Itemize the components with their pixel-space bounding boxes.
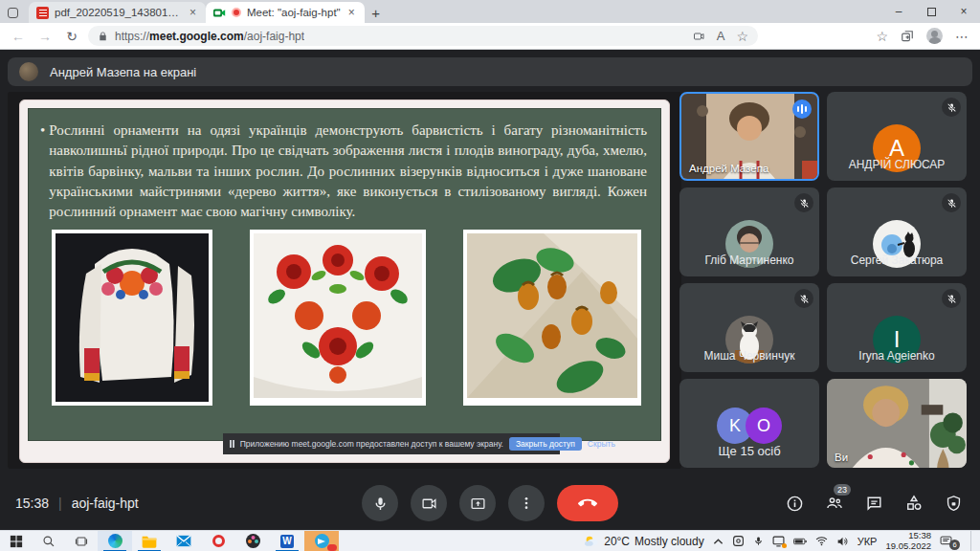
tray-battery-icon[interactable]: [793, 537, 807, 546]
clock-time: 15:38: [885, 531, 931, 541]
tab-meet-close-icon[interactable]: ×: [346, 6, 357, 19]
participant-tile-misha-chervynchuk[interactable]: Миша Червинчук: [679, 283, 819, 372]
taskbar-clock[interactable]: 15:38 19.05.2022: [885, 531, 931, 551]
tab-meet[interactable]: Meet: "aoj-faig-hpt" ×: [206, 2, 365, 23]
participant-name: Гліб Мартиненко: [679, 253, 819, 267]
participant-tile-sergey-zakatyura[interactable]: Сергей Закатюра: [827, 187, 967, 276]
taskbar-app-file-explorer[interactable]: [132, 531, 167, 551]
participants-grid: Андрей Мазепа А АНДРІЙ СЛЮСАР: [679, 92, 972, 469]
participant-tile-andrey-mazepa[interactable]: Андрей Мазепа: [679, 92, 819, 181]
embroidered-blouse-photo: [56, 233, 209, 402]
screen: pdf_20220519_143801_0000.pdf × Meet: "ao…: [0, 0, 980, 551]
more-participants-label: Ще 15 осіб: [679, 444, 819, 458]
more-participants-tile[interactable]: K O Ще 15 осіб: [679, 379, 819, 468]
divider: |: [58, 496, 62, 511]
present-button[interactable]: [459, 485, 496, 521]
stop-sharing-button[interactable]: Закрыть доступ: [509, 437, 582, 451]
browser-menu-icon[interactable]: ⋯: [955, 29, 969, 44]
tray-obs-icon[interactable]: [732, 535, 745, 547]
meeting-details-button[interactable]: [786, 495, 804, 513]
meeting-time: 15:38: [15, 496, 49, 511]
file-explorer-icon: [142, 535, 157, 548]
web-capture-icon[interactable]: [692, 31, 705, 42]
window-controls: – ×: [882, 0, 980, 23]
taskbar-app-telegram[interactable]: [304, 531, 339, 551]
mic-button[interactable]: [362, 485, 398, 521]
participant-tile-andriy-slyusar[interactable]: А АНДРІЙ СЛЮСАР: [827, 92, 967, 181]
participants-count-badge: 23: [834, 484, 851, 496]
close-window-button[interactable]: ×: [947, 0, 980, 23]
profile-avatar[interactable]: [926, 28, 943, 44]
self-view-label: Ви: [835, 452, 848, 463]
read-aloud-icon[interactable]: A: [717, 29, 725, 43]
tab-actions-menu-icon[interactable]: [0, 2, 25, 23]
activities-button[interactable]: [904, 494, 924, 513]
tray-volume-icon[interactable]: [836, 536, 849, 547]
address-bar[interactable]: https://meet.google.com/aoj-faig-hpt A ☆: [88, 26, 758, 46]
chat-button[interactable]: [865, 495, 883, 513]
mic-off-icon: [794, 193, 813, 212]
task-view-button[interactable]: [65, 531, 98, 551]
forward-icon[interactable]: →: [34, 29, 56, 44]
add-favorite-icon[interactable]: ☆: [736, 29, 748, 44]
meet-favicon-icon: [213, 7, 226, 19]
taskbar-app-mail[interactable]: [167, 531, 201, 551]
favorites-icon[interactable]: ☆: [876, 29, 888, 44]
notification-center-button[interactable]: 6: [940, 536, 960, 547]
tab-pdf-title: pdf_20220519_143801_0000.pdf: [55, 7, 182, 18]
show-desktop-button[interactable]: [970, 531, 974, 551]
minimize-button[interactable]: –: [882, 0, 915, 23]
tray-overflow-chevron-icon[interactable]: [713, 538, 724, 545]
taskbar-search-button[interactable]: [33, 531, 65, 551]
participant-tile-iryna-ageienko[interactable]: I Iryna Ageienko: [827, 283, 967, 372]
start-button[interactable]: [0, 531, 33, 551]
tab-pdf[interactable]: pdf_20220519_143801_0000.pdf ×: [29, 2, 206, 23]
presenting-banner-text: Андрей Мазепа на екрані: [50, 65, 196, 79]
tray-screen-recorder-icon[interactable]: [772, 536, 785, 547]
chat-icon: [865, 495, 883, 513]
more-options-button[interactable]: [508, 485, 545, 521]
maximize-button[interactable]: [915, 0, 947, 23]
camera-button[interactable]: [411, 485, 447, 521]
url-text: https://meet.google.com/aoj-faig-hpt: [115, 30, 304, 43]
leave-call-button[interactable]: [557, 485, 618, 521]
slide-image-blouse: [52, 230, 212, 406]
host-controls-button[interactable]: [945, 495, 963, 513]
search-icon: [42, 535, 56, 548]
hangup-icon: [578, 494, 597, 513]
activities-icon: [904, 494, 924, 513]
meet-control-bar: 15:38 | aoj-faig-hpt: [0, 476, 980, 530]
opera-icon: [212, 535, 225, 547]
new-tab-button[interactable]: +: [365, 2, 388, 23]
slide-image-embroidery-closeup: [250, 230, 426, 406]
info-icon: [786, 495, 804, 513]
taskbar-app-word[interactable]: W: [270, 531, 304, 551]
speaking-indicator-icon: [792, 99, 812, 119]
refresh-icon[interactable]: ↻: [61, 29, 82, 44]
collections-icon[interactable]: [901, 30, 914, 43]
camera-icon: [421, 496, 437, 512]
taskbar-weather[interactable]: 20°C Mostly cloudy: [584, 535, 704, 548]
participant-name: Сергей Закатюра: [827, 253, 967, 267]
taskbar-app-opera[interactable]: [201, 531, 235, 551]
edge-icon: [108, 534, 122, 548]
slide-images-row: [29, 222, 660, 406]
participants-button[interactable]: 23: [825, 494, 844, 513]
back-icon[interactable]: ←: [8, 29, 29, 44]
lock-icon: [98, 31, 108, 42]
windows-logo-icon: [10, 535, 23, 548]
keyboard-language[interactable]: УКР: [858, 536, 878, 547]
hide-toast-button[interactable]: Скрыть: [588, 439, 615, 449]
participant-tile-glib-martynenko[interactable]: Гліб Мартиненко: [679, 187, 819, 276]
pdf-favicon-icon: [36, 7, 49, 19]
mic-icon: [372, 496, 389, 512]
tray-microphone-icon[interactable]: [753, 535, 764, 547]
tab-pdf-close-icon[interactable]: ×: [188, 6, 198, 19]
windows-taskbar: W 20°C Mostly cloudy: [0, 530, 980, 551]
tray-wifi-icon[interactable]: [815, 536, 828, 546]
clock-date: 19.05.2022: [885, 541, 931, 551]
overflow-avatars: K O: [717, 408, 782, 444]
taskbar-app-davinci-resolve[interactable]: [235, 531, 270, 551]
taskbar-app-edge[interactable]: [98, 531, 132, 551]
self-view-tile[interactable]: Ви: [827, 379, 967, 468]
